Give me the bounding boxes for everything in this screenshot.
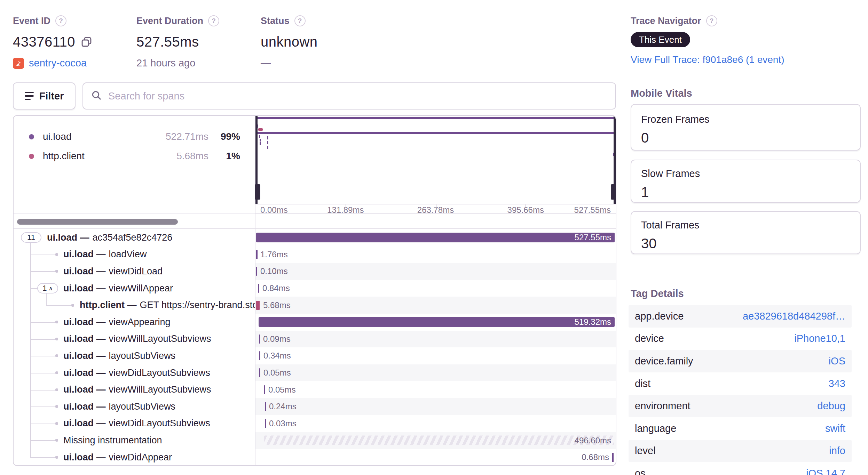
span-bar-row[interactable]: 0.05ms	[255, 364, 616, 381]
tag-value-link[interactable]: 343	[829, 378, 845, 389]
span-bar-row[interactable]: 0.68ms	[255, 449, 616, 465]
span-bar-row[interactable]: 527.55ms	[255, 229, 616, 246]
help-icon[interactable]: ?	[55, 15, 66, 26]
tag-value-link[interactable]: iOS 14.7	[806, 468, 845, 475]
span-description: viewAppearing	[109, 317, 171, 328]
span-tree: 11 ui.load — ac354af5e82c4726 ui.load — …	[14, 229, 255, 465]
vital-card-frozen-frames: Frozen Frames 0	[631, 104, 861, 151]
tag-key: app.device	[635, 311, 684, 322]
span-bar[interactable]	[258, 284, 259, 293]
tree-row[interactable]: ui.load — viewDidLayoutSubviews	[14, 364, 255, 381]
span-description: layoutSubViews	[109, 401, 176, 412]
minimap-span	[258, 128, 263, 131]
axis-spacer-row	[255, 214, 616, 229]
span-bar[interactable]: 519.32ms	[259, 317, 615, 327]
span-op: ui.load —	[63, 418, 106, 429]
span-bar[interactable]	[256, 250, 258, 259]
span-bar[interactable]	[259, 351, 260, 360]
filter-button[interactable]: Filter	[13, 82, 76, 110]
span-bar[interactable]	[256, 301, 260, 310]
span-bar[interactable]	[265, 419, 266, 428]
tag-value-link[interactable]: debug	[817, 400, 845, 412]
copy-icon[interactable]	[81, 36, 92, 48]
tree-row[interactable]: ui.load — layoutSubViews	[14, 347, 255, 364]
tag-value-link[interactable]: swift	[825, 423, 845, 434]
tag-value-link[interactable]: iOS	[829, 355, 845, 367]
tag-row: environment debug	[629, 395, 852, 417]
tree-row[interactable]: ui.load — viewAppearing	[14, 314, 255, 331]
legend-op-name: http.client	[43, 151, 85, 162]
tree-row[interactable]: ui.load — viewWillLayoutSubviews	[14, 331, 255, 348]
span-bar[interactable]	[612, 453, 614, 462]
span-bar[interactable]	[259, 368, 260, 377]
span-bar[interactable]	[259, 335, 260, 344]
span-duration-label: 0.84ms	[262, 283, 290, 293]
tree-row-root[interactable]: 11 ui.load — ac354af5e82c4726	[14, 229, 255, 246]
tree-row[interactable]: http.client — GET https://sentry-brand.s…	[14, 297, 255, 314]
tree-row[interactable]: ui.load — viewDidLoad	[14, 263, 255, 280]
tree-row[interactable]: ui.load — viewDidAppear	[14, 449, 255, 465]
view-full-trace-link[interactable]: View Full Trace: f901a8e6 (1 event)	[631, 54, 784, 65]
span-description: viewWillAppear	[109, 283, 173, 294]
missing-instrumentation-bar[interactable]: 496.60ms	[264, 436, 614, 445]
span-bar-row[interactable]: 5.68ms	[255, 297, 616, 314]
tag-row: level info	[629, 440, 852, 462]
event-id-label: Event ID	[13, 16, 50, 26]
span-bar-row[interactable]: 0.34ms	[255, 347, 616, 364]
tag-details-title: Tag Details	[631, 288, 684, 299]
span-bar-row[interactable]: 496.60ms	[255, 432, 616, 449]
waterfall-left-column: ui.load 522.71ms 99% http.client 5.68ms …	[14, 116, 255, 465]
tree-row[interactable]: ui.load — viewDidLayoutSubviews	[14, 415, 255, 432]
help-icon[interactable]: ?	[294, 15, 306, 26]
tag-value-link[interactable]: iPhone10,1	[794, 333, 845, 344]
span-op: ui.load —	[63, 249, 106, 260]
tree-row-missing-instrumentation[interactable]: Missing instrumentation	[14, 432, 255, 449]
span-op: ui.load —	[63, 368, 106, 378]
op-color-dot	[29, 134, 34, 139]
span-op: ui.load —	[63, 452, 106, 463]
legend-item[interactable]: ui.load 522.71ms 99%	[14, 128, 255, 145]
swift-icon	[13, 58, 24, 69]
span-bar-row[interactable]: 0.24ms	[255, 398, 616, 415]
minimap-left-grip[interactable]	[255, 184, 260, 200]
span-duration-label: 0.05ms	[268, 385, 296, 395]
help-icon[interactable]: ?	[706, 15, 717, 26]
span-bar-row[interactable]: 0.10ms	[255, 263, 616, 280]
span-bar-row[interactable]: 0.09ms	[255, 331, 616, 348]
tree-scrollbar-thumb[interactable]	[17, 219, 178, 225]
span-bar[interactable]	[265, 402, 266, 411]
project-link[interactable]: sentry-cocoa	[29, 57, 87, 69]
help-icon[interactable]: ?	[208, 15, 219, 26]
span-bar[interactable]	[264, 385, 265, 394]
span-bar-row[interactable]: 1.76ms	[255, 246, 616, 263]
span-bar-row[interactable]: 0.84ms	[255, 280, 616, 297]
tree-row[interactable]: ui.load — layoutSubViews	[14, 398, 255, 415]
tag-row: device.family iOS	[629, 350, 852, 372]
search-icon	[91, 90, 102, 102]
span-duration-label: 0.68ms	[582, 452, 609, 462]
span-bar[interactable]	[256, 267, 257, 276]
this-event-badge[interactable]: This Event	[631, 32, 690, 47]
tree-row[interactable]: 1 ∧ ui.load — viewWillAppear	[14, 280, 255, 297]
span-search-box[interactable]	[82, 82, 616, 110]
minimap-span	[267, 136, 268, 139]
legend-op-percent: 1%	[226, 151, 240, 162]
span-bar-row[interactable]: 0.03ms	[255, 415, 616, 432]
tree-row[interactable]: ui.load — loadView	[14, 246, 255, 263]
tag-value-link[interactable]: ae3829618d484298f…	[743, 311, 845, 322]
span-bar[interactable]: 527.55ms	[256, 233, 615, 242]
tag-row: os iOS 14.7	[629, 462, 852, 475]
span-bar-row[interactable]: 519.32ms	[255, 314, 616, 331]
legend-item[interactable]: http.client 5.68ms 1%	[14, 148, 255, 164]
event-age: 21 hours ago	[136, 57, 195, 69]
span-description: viewDidLoad	[109, 266, 163, 277]
tag-value-link[interactable]: info	[829, 445, 845, 457]
tree-row[interactable]: ui.load — viewWillLayoutSubviews	[14, 381, 255, 398]
span-count-pill[interactable]: 11	[21, 232, 41, 243]
span-bar-row[interactable]: 0.05ms	[255, 381, 616, 398]
status-block: Status ? unknown —	[261, 15, 318, 69]
trace-minimap[interactable]	[255, 116, 616, 204]
search-input[interactable]	[108, 90, 608, 102]
minimap-right-grip[interactable]	[611, 184, 616, 200]
collapse-pill[interactable]: 1 ∧	[37, 283, 58, 293]
